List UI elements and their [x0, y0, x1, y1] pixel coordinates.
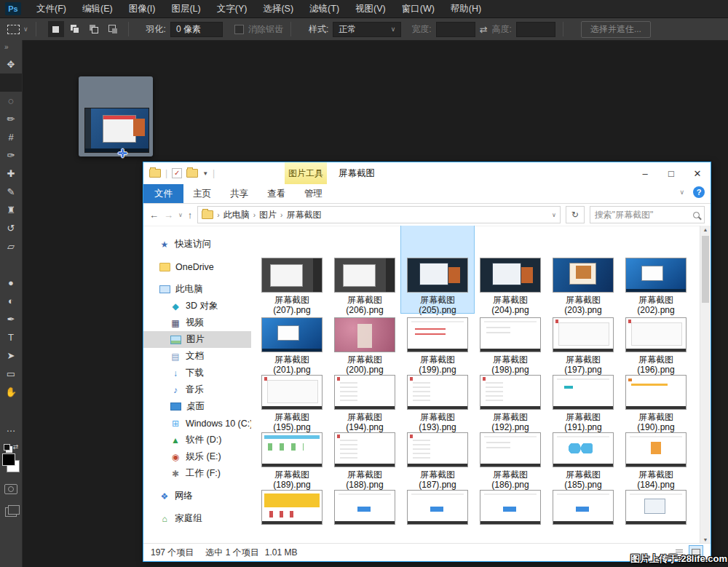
forward-button[interactable]: →: [164, 210, 173, 221]
sidebar-item-音乐[interactable]: 音乐: [143, 381, 251, 398]
blur-tool-icon[interactable]: ●: [0, 274, 22, 292]
tab-查看[interactable]: 查看: [258, 184, 295, 203]
recent-locations-chevron-icon[interactable]: ∨: [178, 212, 183, 218]
scroll-down-icon[interactable]: ▼: [700, 537, 711, 542]
new-folder-icon[interactable]: [186, 169, 198, 178]
lasso-tool-icon[interactable]: ◌: [0, 92, 22, 110]
scroll-up-icon[interactable]: ▲: [700, 227, 711, 232]
file-item[interactable]: [256, 485, 328, 532]
sidebar-item-快速访问[interactable]: 快速访问: [143, 236, 251, 253]
file-item[interactable]: 屏幕截图(206).png: [328, 226, 401, 313]
swap-dimensions-icon[interactable]: ⇄: [480, 24, 488, 35]
subtract-selection-button[interactable]: [86, 21, 102, 37]
file-item[interactable]: 屏幕截图(200).png: [328, 313, 401, 370]
tab-管理[interactable]: 管理: [295, 184, 332, 203]
breadcrumb[interactable]: ›此电脑›图片›屏幕截图 ∨: [197, 206, 561, 223]
gradient-tool-icon[interactable]: [0, 255, 22, 274]
sidebar-item-下载[interactable]: 下载: [143, 365, 251, 381]
tab-共享[interactable]: 共享: [221, 184, 258, 203]
select-and-mask-button[interactable]: 选择并遮住...: [581, 21, 651, 38]
file-item[interactable]: 屏幕截图(187).png: [401, 428, 474, 485]
sidebar-item-软件 (D:)[interactable]: 软件 (D:): [143, 432, 251, 448]
search-input[interactable]: 搜索"屏幕截图": [590, 206, 705, 223]
file-item[interactable]: [328, 485, 401, 532]
menu-item[interactable]: 滤镜(T): [301, 0, 347, 17]
breadcrumb-item[interactable]: 屏幕截图: [286, 209, 321, 221]
file-item[interactable]: 屏幕截图(199).png: [401, 313, 474, 370]
file-item[interactable]: 屏幕截图(188).png: [328, 428, 401, 485]
file-item[interactable]: [547, 485, 620, 532]
folder-icon[interactable]: [149, 169, 161, 178]
file-item[interactable]: 屏幕截图(202).png: [620, 226, 692, 313]
path-select-tool-icon[interactable]: ➤: [0, 346, 22, 365]
crop-tool-icon[interactable]: #: [0, 128, 22, 146]
sidebar-item-桌面[interactable]: 桌面: [143, 398, 251, 415]
floating-document-thumbnail[interactable]: [79, 76, 153, 156]
file-item[interactable]: 屏幕截图(204).png: [474, 226, 547, 313]
quick-selection-tool-icon[interactable]: ✏: [0, 110, 22, 128]
spot-healing-tool-icon[interactable]: ✚: [0, 164, 22, 183]
move-tool-icon[interactable]: ✥: [0, 55, 22, 74]
close-button[interactable]: [684, 162, 711, 184]
menu-item[interactable]: 视图(V): [347, 0, 394, 17]
dodge-tool-icon[interactable]: ◐: [0, 292, 22, 310]
file-item[interactable]: 屏幕截图(207).png: [256, 226, 328, 313]
sidebar-item-家庭组[interactable]: 家庭组: [143, 510, 251, 527]
file-item[interactable]: 屏幕截图(185).png: [547, 428, 620, 485]
tool-preset-picker[interactable]: ∨: [7, 25, 28, 34]
menu-item[interactable]: 窗口(W): [394, 0, 443, 17]
menu-item[interactable]: 文件(F): [28, 0, 74, 17]
feather-input[interactable]: 0 像素: [170, 22, 223, 37]
scrollbar-thumb[interactable]: [702, 236, 709, 303]
minimize-button[interactable]: [632, 162, 658, 184]
sidebar-item-3D 对象[interactable]: 3D 对象: [143, 298, 251, 314]
file-item[interactable]: 屏幕截图(195).png: [256, 370, 328, 428]
foreground-color-swatch[interactable]: [2, 453, 15, 466]
breadcrumb-item[interactable]: 图片: [259, 209, 277, 221]
eyedropper-tool-icon[interactable]: ✑: [0, 146, 22, 164]
default-colors-icon[interactable]: [4, 444, 10, 451]
style-select[interactable]: 正常 ∨: [333, 22, 401, 37]
file-item[interactable]: 屏幕截图(198).png: [474, 313, 547, 370]
vertical-scrollbar[interactable]: ▲ ▼: [700, 226, 711, 544]
file-item[interactable]: [620, 485, 692, 532]
address-chevron-down-icon[interactable]: ∨: [552, 212, 556, 218]
history-brush-tool-icon[interactable]: ↺: [0, 219, 22, 237]
picture-tools-context-tab[interactable]: 图片工具: [285, 162, 327, 184]
quick-mask-button[interactable]: [4, 484, 17, 494]
type-tool-icon[interactable]: T: [0, 328, 22, 346]
brush-tool-icon[interactable]: ✎: [0, 183, 22, 201]
sidebar-item-娱乐 (E:)[interactable]: 娱乐 (E:): [143, 448, 251, 465]
intersect-selection-button[interactable]: [105, 21, 121, 37]
clone-stamp-tool-icon[interactable]: ♜: [0, 201, 22, 219]
menu-item[interactable]: 图像(I): [121, 0, 164, 17]
new-selection-button[interactable]: [48, 21, 64, 37]
file-item[interactable]: 屏幕截图(186).png: [474, 428, 547, 485]
sidebar-item-此电脑[interactable]: 此电脑: [143, 281, 251, 298]
toolbar-collapse-icon[interactable]: »: [0, 40, 22, 55]
sidebar-item-图片[interactable]: 图片: [143, 331, 251, 348]
file-item[interactable]: 屏幕截图(197).png: [547, 313, 620, 370]
menu-item[interactable]: 编辑(E): [74, 0, 121, 17]
file-item[interactable]: 屏幕截图(193).png: [401, 370, 474, 428]
shape-tool-icon[interactable]: ▭: [0, 365, 22, 383]
sidebar-item-视频[interactable]: 视频: [143, 314, 251, 331]
height-input[interactable]: [516, 22, 555, 37]
sidebar-item-Windows 10 (C:)[interactable]: Windows 10 (C:): [143, 415, 251, 432]
refresh-button[interactable]: ↻: [566, 206, 585, 223]
tab-文件[interactable]: 文件: [143, 184, 183, 203]
file-item[interactable]: 屏幕截图(190).png: [620, 370, 692, 428]
menu-item[interactable]: 图层(L): [163, 0, 208, 17]
pen-tool-icon[interactable]: ✒: [0, 310, 22, 328]
eraser-tool-icon[interactable]: ▱: [0, 237, 22, 255]
file-item[interactable]: 屏幕截图(184).png: [620, 428, 692, 485]
hand-tool-icon[interactable]: ✋: [0, 383, 22, 401]
file-item[interactable]: 屏幕截图(203).png: [547, 226, 620, 313]
file-item[interactable]: 屏幕截图(194).png: [328, 370, 401, 428]
more-tools-icon[interactable]: …: [0, 419, 22, 437]
file-item[interactable]: [401, 485, 474, 532]
rect-marquee-tool-icon[interactable]: [0, 74, 22, 92]
breadcrumb-item[interactable]: 此电脑: [223, 209, 250, 221]
file-item[interactable]: [474, 485, 547, 532]
menu-item[interactable]: 文字(Y): [209, 0, 256, 17]
